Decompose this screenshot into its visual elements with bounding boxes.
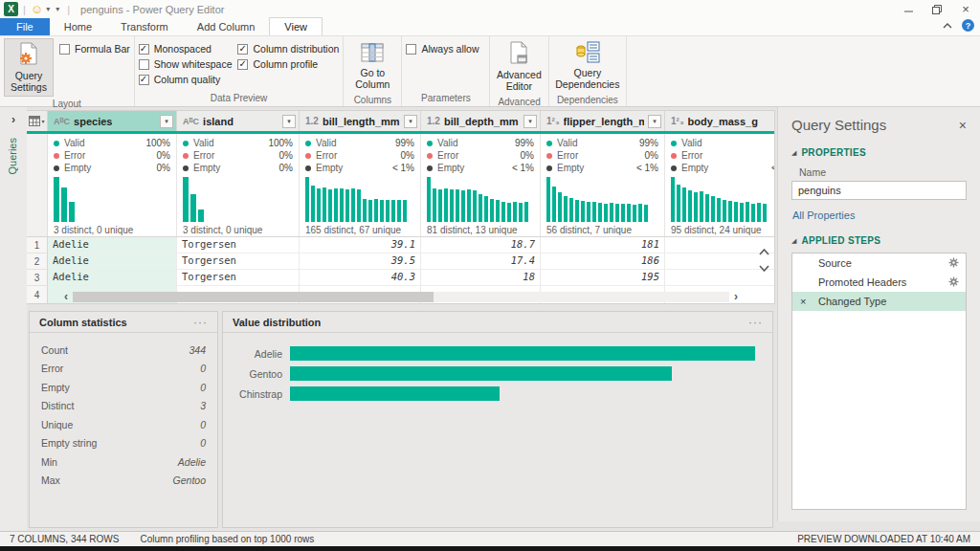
- cell-bill-depth[interactable]: 18: [421, 270, 541, 286]
- restore-button[interactable]: [923, 0, 951, 18]
- horizontal-scroll-track[interactable]: [73, 292, 729, 302]
- valid-dot-icon: [183, 141, 189, 146]
- tab-transform[interactable]: Transform: [106, 18, 183, 35]
- properties-section-header[interactable]: ◢ PROPERTIES: [791, 147, 967, 158]
- column-header-species[interactable]: AᴮC species: [48, 111, 177, 131]
- column-distribution-checkbox[interactable]: Column distribution: [237, 43, 339, 55]
- checkbox-checked-icon: [139, 44, 149, 55]
- step-source[interactable]: Source: [792, 253, 966, 273]
- all-properties-link[interactable]: All Properties: [792, 209, 967, 221]
- more-options-icon[interactable]: ···: [748, 319, 763, 326]
- column-header-bill-depth[interactable]: 1.2 bill_depth_mm: [421, 111, 541, 131]
- group-label-advanced: Advanced: [494, 95, 544, 110]
- text-type-icon: AᴮC: [183, 117, 199, 126]
- formula-bar-label: Formula Bar: [75, 43, 130, 55]
- cell-flipper-length[interactable]: 195: [541, 270, 665, 286]
- show-whitespace-checkbox[interactable]: Show whitespace: [139, 58, 233, 70]
- cell-flipper-length[interactable]: 181: [541, 237, 665, 253]
- column-quality-checkbox[interactable]: Column quality: [139, 74, 233, 85]
- cell-island[interactable]: Torgersen: [177, 253, 300, 270]
- query-dependencies-button[interactable]: Query Dependencies: [553, 38, 622, 93]
- column-header-island[interactable]: AᴮC island: [177, 111, 300, 131]
- close-panel-icon[interactable]: ×: [959, 118, 967, 133]
- filter-dropdown-icon[interactable]: [523, 115, 537, 128]
- monospaced-checkbox[interactable]: Monospaced: [139, 43, 233, 55]
- distinct-summary: 56 distinct, 7 unique: [546, 225, 658, 235]
- column-histogram: [54, 177, 170, 222]
- step-settings-gear-icon[interactable]: [948, 276, 959, 287]
- cell-body-mass[interactable]: [665, 270, 774, 286]
- ribbon-tab-bar: File Home Transform Add Column View: [0, 18, 980, 36]
- step-promoted-headers[interactable]: Promoted Headers: [792, 273, 966, 292]
- filter-dropdown-icon[interactable]: [648, 115, 661, 128]
- checkbox-checked-icon: [237, 44, 248, 55]
- minimize-button[interactable]: [894, 0, 923, 18]
- valid-dot-icon: [305, 141, 311, 146]
- always-allow-checkbox[interactable]: Always allow: [406, 43, 479, 55]
- tab-add-column[interactable]: Add Column: [183, 18, 270, 35]
- column-header-body-mass[interactable]: 1²₃ body_mass_g: [665, 111, 774, 131]
- scroll-left-icon[interactable]: ‹: [59, 290, 73, 303]
- stat-row: MaxGentoo: [41, 472, 206, 491]
- smiley-dropdown-icon[interactable]: ▾: [46, 5, 50, 13]
- data-preview: ▾ AᴮC species AᴮC island 1.2 bill_length…: [27, 110, 775, 304]
- advanced-editor-button[interactable]: Advanced Editor: [494, 38, 544, 95]
- close-button[interactable]: ×: [951, 0, 980, 18]
- column-profile-checkbox[interactable]: Column profile: [237, 58, 339, 70]
- cell-species[interactable]: Adelie: [48, 237, 177, 253]
- tab-view[interactable]: View: [269, 17, 323, 35]
- step-settings-gear-icon[interactable]: [948, 257, 959, 268]
- go-to-column-button[interactable]: Go to Column: [347, 38, 397, 93]
- query-settings-label: Query Settings: [7, 70, 51, 93]
- horizontal-scrollbar[interactable]: ‹ ›: [59, 290, 743, 303]
- scroll-up-icon[interactable]: [759, 249, 769, 255]
- cell-bill-length[interactable]: 39.1: [300, 237, 421, 253]
- smiley-feedback-icon[interactable]: ☺: [31, 3, 43, 15]
- distinct-summary: 3 distinct, 0 unique: [183, 225, 293, 235]
- more-options-icon[interactable]: ···: [193, 319, 208, 326]
- cell-bill-length[interactable]: 39.5: [300, 253, 421, 270]
- tab-home[interactable]: Home: [50, 18, 106, 35]
- window-title: penguins - Power Query Editor: [80, 4, 224, 15]
- query-name-input[interactable]: [791, 181, 967, 200]
- column-statistics-card: Column statistics ··· Count344 Error0 Em…: [29, 311, 218, 528]
- column-distribution-label: Column distribution: [253, 43, 339, 55]
- cell-flipper-length[interactable]: 186: [541, 253, 665, 270]
- expand-queries-icon[interactable]: ›: [0, 107, 27, 126]
- cell-bill-length[interactable]: 40.3: [300, 270, 421, 286]
- cell-bill-depth[interactable]: 17.4: [421, 253, 541, 270]
- cell-island[interactable]: Torgersen: [177, 270, 300, 286]
- distinct-summary: 165 distinct, 67 unique: [305, 225, 414, 235]
- titlebar-divider: |: [23, 4, 26, 15]
- delete-step-icon[interactable]: ×: [800, 292, 806, 311]
- column-header-flipper-length[interactable]: 1²₃ flipper_length_mm: [541, 111, 665, 131]
- cell-species[interactable]: Adelie: [48, 270, 177, 286]
- filter-dropdown-icon[interactable]: [160, 115, 173, 128]
- formula-bar-checkbox[interactable]: Formula Bar: [59, 43, 130, 55]
- cell-bill-depth[interactable]: 18.7: [421, 237, 541, 253]
- empty-dot-icon: [305, 165, 311, 171]
- horizontal-scroll-thumb[interactable]: [73, 292, 434, 302]
- help-icon[interactable]: ?: [962, 19, 974, 32]
- scroll-down-icon[interactable]: [759, 265, 769, 272]
- scroll-right-icon[interactable]: ›: [729, 290, 743, 303]
- quick-access-customize-icon[interactable]: ▾: [56, 5, 59, 13]
- collapse-triangle-icon: ◢: [791, 149, 796, 157]
- filter-dropdown-icon[interactable]: [404, 115, 417, 128]
- collapse-ribbon-icon[interactable]: [943, 23, 952, 29]
- advanced-editor-label: Advanced Editor: [496, 69, 542, 92]
- cell-species[interactable]: Adelie: [48, 253, 177, 270]
- row-number: 3: [27, 270, 48, 286]
- cell-island[interactable]: Torgersen: [177, 237, 300, 253]
- column-header-bill-length[interactable]: 1.2 bill_length_mm: [300, 111, 421, 131]
- query-settings-button[interactable]: Query Settings: [4, 38, 54, 97]
- applied-steps-section-header[interactable]: ◢ APPLIED STEPS: [791, 235, 967, 246]
- step-changed-type-selected[interactable]: × Changed Type: [792, 292, 966, 311]
- queries-pane-label[interactable]: Queries: [7, 138, 18, 175]
- profiling-info[interactable]: Column profiling based on top 1000 rows: [140, 534, 314, 544]
- select-all-corner-button[interactable]: ▾: [27, 111, 48, 131]
- whole-number-type-icon: 1²₃: [671, 116, 684, 126]
- preview-downloaded-time: PREVIEW DOWNLOADED AT 10:40 AM: [797, 534, 980, 544]
- filter-dropdown-icon[interactable]: [282, 115, 296, 128]
- tab-file[interactable]: File: [0, 18, 50, 35]
